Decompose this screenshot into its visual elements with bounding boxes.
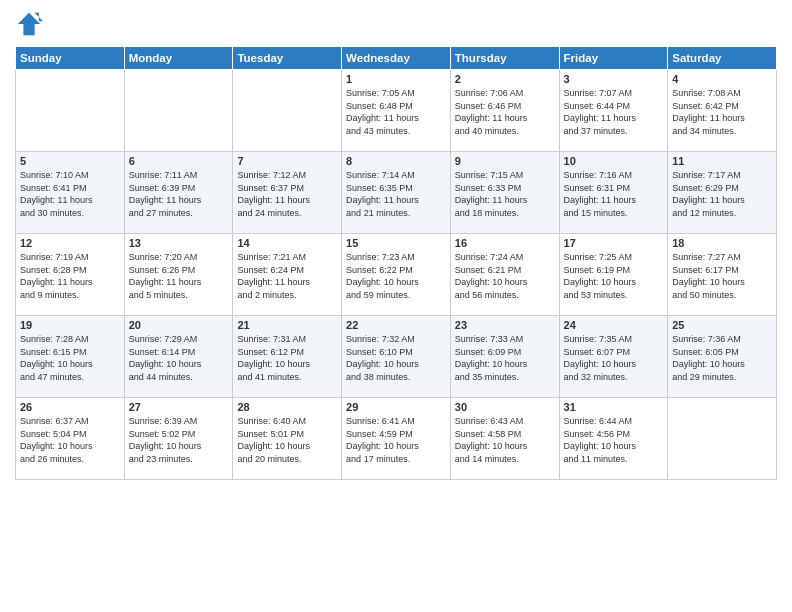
day-number: 27 [129, 401, 229, 413]
day-number: 14 [237, 237, 337, 249]
day-number: 21 [237, 319, 337, 331]
day-cell-1: 1Sunrise: 7:05 AM Sunset: 6:48 PM Daylig… [342, 70, 451, 152]
week-row-5: 26Sunrise: 6:37 AM Sunset: 5:04 PM Dayli… [16, 398, 777, 480]
logo-icon [15, 10, 43, 38]
day-info: Sunrise: 7:21 AM Sunset: 6:24 PM Dayligh… [237, 251, 337, 301]
week-row-3: 12Sunrise: 7:19 AM Sunset: 6:28 PM Dayli… [16, 234, 777, 316]
day-number: 3 [564, 73, 664, 85]
day-info: Sunrise: 7:20 AM Sunset: 6:26 PM Dayligh… [129, 251, 229, 301]
day-cell-26: 26Sunrise: 6:37 AM Sunset: 5:04 PM Dayli… [16, 398, 125, 480]
week-row-4: 19Sunrise: 7:28 AM Sunset: 6:15 PM Dayli… [16, 316, 777, 398]
day-number: 26 [20, 401, 120, 413]
day-info: Sunrise: 7:11 AM Sunset: 6:39 PM Dayligh… [129, 169, 229, 219]
calendar-table: SundayMondayTuesdayWednesdayThursdayFrid… [15, 46, 777, 480]
day-number: 18 [672, 237, 772, 249]
weekday-header-thursday: Thursday [450, 47, 559, 70]
day-number: 20 [129, 319, 229, 331]
day-info: Sunrise: 7:29 AM Sunset: 6:14 PM Dayligh… [129, 333, 229, 383]
page: SundayMondayTuesdayWednesdayThursdayFrid… [0, 0, 792, 612]
empty-cell [124, 70, 233, 152]
logo [15, 10, 47, 38]
day-cell-31: 31Sunrise: 6:44 AM Sunset: 4:56 PM Dayli… [559, 398, 668, 480]
day-info: Sunrise: 7:12 AM Sunset: 6:37 PM Dayligh… [237, 169, 337, 219]
day-number: 16 [455, 237, 555, 249]
header [15, 10, 777, 38]
day-info: Sunrise: 7:17 AM Sunset: 6:29 PM Dayligh… [672, 169, 772, 219]
day-info: Sunrise: 7:35 AM Sunset: 6:07 PM Dayligh… [564, 333, 664, 383]
day-cell-28: 28Sunrise: 6:40 AM Sunset: 5:01 PM Dayli… [233, 398, 342, 480]
day-number: 23 [455, 319, 555, 331]
day-info: Sunrise: 7:15 AM Sunset: 6:33 PM Dayligh… [455, 169, 555, 219]
day-cell-21: 21Sunrise: 7:31 AM Sunset: 6:12 PM Dayli… [233, 316, 342, 398]
week-row-1: 1Sunrise: 7:05 AM Sunset: 6:48 PM Daylig… [16, 70, 777, 152]
day-cell-18: 18Sunrise: 7:27 AM Sunset: 6:17 PM Dayli… [668, 234, 777, 316]
day-cell-8: 8Sunrise: 7:14 AM Sunset: 6:35 PM Daylig… [342, 152, 451, 234]
day-cell-15: 15Sunrise: 7:23 AM Sunset: 6:22 PM Dayli… [342, 234, 451, 316]
day-number: 9 [455, 155, 555, 167]
day-cell-22: 22Sunrise: 7:32 AM Sunset: 6:10 PM Dayli… [342, 316, 451, 398]
day-cell-11: 11Sunrise: 7:17 AM Sunset: 6:29 PM Dayli… [668, 152, 777, 234]
day-cell-27: 27Sunrise: 6:39 AM Sunset: 5:02 PM Dayli… [124, 398, 233, 480]
day-info: Sunrise: 7:23 AM Sunset: 6:22 PM Dayligh… [346, 251, 446, 301]
day-info: Sunrise: 7:33 AM Sunset: 6:09 PM Dayligh… [455, 333, 555, 383]
day-info: Sunrise: 6:39 AM Sunset: 5:02 PM Dayligh… [129, 415, 229, 465]
day-info: Sunrise: 7:31 AM Sunset: 6:12 PM Dayligh… [237, 333, 337, 383]
day-number: 31 [564, 401, 664, 413]
weekday-header-saturday: Saturday [668, 47, 777, 70]
day-info: Sunrise: 7:10 AM Sunset: 6:41 PM Dayligh… [20, 169, 120, 219]
day-number: 22 [346, 319, 446, 331]
day-number: 15 [346, 237, 446, 249]
day-number: 25 [672, 319, 772, 331]
day-cell-3: 3Sunrise: 7:07 AM Sunset: 6:44 PM Daylig… [559, 70, 668, 152]
weekday-header-sunday: Sunday [16, 47, 125, 70]
weekday-header-row: SundayMondayTuesdayWednesdayThursdayFrid… [16, 47, 777, 70]
week-row-2: 5Sunrise: 7:10 AM Sunset: 6:41 PM Daylig… [16, 152, 777, 234]
day-info: Sunrise: 7:05 AM Sunset: 6:48 PM Dayligh… [346, 87, 446, 137]
day-info: Sunrise: 6:40 AM Sunset: 5:01 PM Dayligh… [237, 415, 337, 465]
day-info: Sunrise: 7:07 AM Sunset: 6:44 PM Dayligh… [564, 87, 664, 137]
day-cell-14: 14Sunrise: 7:21 AM Sunset: 6:24 PM Dayli… [233, 234, 342, 316]
day-number: 5 [20, 155, 120, 167]
day-info: Sunrise: 6:37 AM Sunset: 5:04 PM Dayligh… [20, 415, 120, 465]
day-info: Sunrise: 7:06 AM Sunset: 6:46 PM Dayligh… [455, 87, 555, 137]
day-cell-16: 16Sunrise: 7:24 AM Sunset: 6:21 PM Dayli… [450, 234, 559, 316]
day-cell-6: 6Sunrise: 7:11 AM Sunset: 6:39 PM Daylig… [124, 152, 233, 234]
day-info: Sunrise: 7:14 AM Sunset: 6:35 PM Dayligh… [346, 169, 446, 219]
day-number: 8 [346, 155, 446, 167]
day-info: Sunrise: 6:41 AM Sunset: 4:59 PM Dayligh… [346, 415, 446, 465]
day-number: 7 [237, 155, 337, 167]
day-number: 10 [564, 155, 664, 167]
day-cell-17: 17Sunrise: 7:25 AM Sunset: 6:19 PM Dayli… [559, 234, 668, 316]
day-number: 4 [672, 73, 772, 85]
empty-cell [668, 398, 777, 480]
day-info: Sunrise: 7:28 AM Sunset: 6:15 PM Dayligh… [20, 333, 120, 383]
day-cell-12: 12Sunrise: 7:19 AM Sunset: 6:28 PM Dayli… [16, 234, 125, 316]
weekday-header-friday: Friday [559, 47, 668, 70]
day-cell-23: 23Sunrise: 7:33 AM Sunset: 6:09 PM Dayli… [450, 316, 559, 398]
day-info: Sunrise: 7:32 AM Sunset: 6:10 PM Dayligh… [346, 333, 446, 383]
empty-cell [16, 70, 125, 152]
day-cell-9: 9Sunrise: 7:15 AM Sunset: 6:33 PM Daylig… [450, 152, 559, 234]
day-info: Sunrise: 6:44 AM Sunset: 4:56 PM Dayligh… [564, 415, 664, 465]
day-number: 17 [564, 237, 664, 249]
day-number: 12 [20, 237, 120, 249]
day-number: 24 [564, 319, 664, 331]
day-info: Sunrise: 7:16 AM Sunset: 6:31 PM Dayligh… [564, 169, 664, 219]
day-number: 29 [346, 401, 446, 413]
day-cell-20: 20Sunrise: 7:29 AM Sunset: 6:14 PM Dayli… [124, 316, 233, 398]
weekday-header-tuesday: Tuesday [233, 47, 342, 70]
day-cell-7: 7Sunrise: 7:12 AM Sunset: 6:37 PM Daylig… [233, 152, 342, 234]
day-cell-10: 10Sunrise: 7:16 AM Sunset: 6:31 PM Dayli… [559, 152, 668, 234]
svg-marker-0 [18, 13, 40, 35]
weekday-header-wednesday: Wednesday [342, 47, 451, 70]
day-info: Sunrise: 7:36 AM Sunset: 6:05 PM Dayligh… [672, 333, 772, 383]
day-number: 2 [455, 73, 555, 85]
day-cell-19: 19Sunrise: 7:28 AM Sunset: 6:15 PM Dayli… [16, 316, 125, 398]
day-info: Sunrise: 7:25 AM Sunset: 6:19 PM Dayligh… [564, 251, 664, 301]
day-cell-13: 13Sunrise: 7:20 AM Sunset: 6:26 PM Dayli… [124, 234, 233, 316]
day-info: Sunrise: 6:43 AM Sunset: 4:58 PM Dayligh… [455, 415, 555, 465]
day-cell-5: 5Sunrise: 7:10 AM Sunset: 6:41 PM Daylig… [16, 152, 125, 234]
day-number: 19 [20, 319, 120, 331]
day-cell-2: 2Sunrise: 7:06 AM Sunset: 6:46 PM Daylig… [450, 70, 559, 152]
day-cell-25: 25Sunrise: 7:36 AM Sunset: 6:05 PM Dayli… [668, 316, 777, 398]
